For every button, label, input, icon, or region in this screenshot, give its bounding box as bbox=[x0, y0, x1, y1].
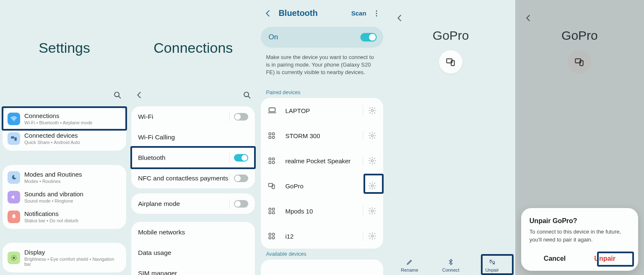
devpair-icon bbox=[267, 182, 278, 190]
airplane-toggle[interactable] bbox=[234, 200, 248, 208]
sound-icon bbox=[8, 191, 20, 203]
settings-item-notifications[interactable]: Notifications Status bar • Do not distur… bbox=[3, 207, 126, 226]
conn-item-data-usage[interactable]: Data usage bbox=[131, 242, 255, 263]
item-label: Connected devices bbox=[24, 132, 80, 139]
back-icon[interactable] bbox=[135, 90, 144, 100]
section-available-devices: Available devices bbox=[266, 251, 306, 257]
item-label: Bluetooth bbox=[138, 154, 166, 162]
device-row-i12[interactable]: i12 bbox=[261, 224, 383, 249]
connect-button[interactable]: Connect bbox=[436, 258, 466, 272]
gear-icon[interactable] bbox=[368, 106, 377, 115]
action-label: Rename bbox=[401, 267, 418, 272]
back-icon[interactable] bbox=[395, 13, 404, 23]
scan-button[interactable]: Scan bbox=[351, 10, 366, 17]
more-icon[interactable] bbox=[372, 9, 381, 18]
screen-connections: Connections Wi-Fi Wi-Fi Calling Bluetoot… bbox=[129, 0, 257, 275]
nfc-toggle[interactable] bbox=[234, 175, 248, 182]
sun-icon bbox=[8, 252, 20, 264]
page-title: Bluetooth bbox=[278, 8, 351, 18]
bluetooth-help-text: Make sure the device you want to connect… bbox=[266, 54, 378, 77]
grid-icon bbox=[267, 207, 278, 215]
device-name: STORM 300 bbox=[285, 132, 357, 139]
conn-item-nfc[interactable]: NFC and contactless payments bbox=[131, 168, 255, 188]
item-label: Data usage bbox=[138, 249, 171, 257]
back-icon[interactable] bbox=[263, 9, 273, 18]
screen-settings: Settings Connections Wi-Fi • Bluetooth •… bbox=[0, 0, 129, 275]
back-icon bbox=[524, 13, 533, 23]
item-label: Connections bbox=[24, 112, 92, 119]
bell-icon bbox=[8, 211, 20, 223]
device-row-storm300[interactable]: STORM 300 bbox=[261, 123, 383, 148]
screen-device-detail: GoPro Rename Connect Unpair bbox=[387, 0, 515, 275]
item-label: Airplane mode bbox=[138, 200, 180, 208]
item-label: SIM manager bbox=[138, 270, 177, 275]
page-title: Connections bbox=[129, 40, 257, 56]
dialog-text: To connect to this device in the future,… bbox=[530, 228, 630, 244]
settings-item-sounds[interactable]: Sounds and vibration Sound mode • Ringto… bbox=[3, 187, 126, 207]
confirm-unpair-button[interactable]: Unpair bbox=[587, 252, 623, 265]
item-sub: Wi-Fi • Bluetooth • Airplane mode bbox=[24, 120, 92, 125]
item-sub: Sound mode • Ringtone bbox=[24, 198, 83, 203]
bluetooth-toggle[interactable] bbox=[234, 154, 248, 162]
laptop-icon bbox=[267, 106, 278, 115]
device-row-realme-speaker[interactable]: realme Pocket Speaker bbox=[261, 148, 383, 173]
conn-item-airplane[interactable]: Airplane mode bbox=[131, 193, 255, 214]
item-sub: Quick Share • Android Auto bbox=[24, 140, 80, 145]
gear-icon[interactable] bbox=[368, 232, 377, 240]
wifi-toggle[interactable] bbox=[234, 113, 248, 121]
device-name: LAPTOP bbox=[285, 107, 357, 114]
action-label: Connect bbox=[442, 267, 460, 272]
gear-icon[interactable] bbox=[368, 157, 377, 165]
conn-item-sim-manager[interactable]: SIM manager bbox=[131, 263, 255, 275]
item-label: Wi-Fi bbox=[138, 113, 153, 121]
conn-item-bluetooth[interactable]: Bluetooth bbox=[131, 147, 255, 168]
device-title: GoPro bbox=[387, 28, 515, 43]
master-toggle[interactable] bbox=[360, 33, 377, 42]
unpair-dialog: Unpair GoPro? To connect to this device … bbox=[521, 208, 638, 271]
paired-devices-list: LAPTOP STORM 300 realme Pocket Speaker G… bbox=[261, 98, 383, 249]
search-icon[interactable] bbox=[113, 90, 122, 100]
item-sub: Modes • Routines bbox=[24, 179, 82, 184]
on-label: On bbox=[268, 33, 278, 41]
item-label: Notifications bbox=[24, 210, 78, 217]
settings-item-connections[interactable]: Connections Wi-Fi • Bluetooth • Airplane… bbox=[3, 109, 126, 129]
gear-icon[interactable] bbox=[368, 182, 377, 190]
rename-button[interactable]: Rename bbox=[395, 258, 425, 272]
item-label: Wi-Fi Calling bbox=[138, 134, 175, 141]
grid-icon bbox=[267, 232, 278, 240]
settings-card-2: Modes and Routines Modes • Routines Soun… bbox=[3, 165, 126, 229]
settings-item-modes[interactable]: Modes and Routines Modes • Routines bbox=[3, 167, 126, 187]
item-label: NFC and contactless payments bbox=[138, 175, 228, 182]
settings-item-connected-devices[interactable]: Connected devices Quick Share • Android … bbox=[3, 129, 126, 148]
item-label: Display bbox=[24, 249, 121, 256]
device-avatar-icon bbox=[568, 50, 591, 74]
screen-bluetooth: Bluetooth Scan On Make sure the device y… bbox=[257, 0, 386, 275]
item-sub: Status bar • Do not disturb bbox=[24, 218, 78, 223]
conn-item-mobile-networks[interactable]: Mobile networks bbox=[131, 222, 255, 242]
conn-item-wifi-calling[interactable]: Wi-Fi Calling bbox=[131, 127, 255, 147]
item-label: Mobile networks bbox=[138, 229, 185, 236]
item-label: Modes and Routines bbox=[24, 171, 82, 178]
cancel-button[interactable]: Cancel bbox=[536, 252, 573, 265]
device-row-laptop[interactable]: LAPTOP bbox=[261, 98, 383, 123]
page-title: Settings bbox=[0, 40, 129, 56]
conn-item-wifi[interactable]: Wi-Fi bbox=[131, 106, 255, 127]
search-icon[interactable] bbox=[242, 90, 252, 100]
device-name: GoPro bbox=[285, 182, 357, 190]
device-actions: Rename Connect Unpair bbox=[387, 258, 515, 272]
device-row-gopro[interactable]: GoPro bbox=[261, 173, 383, 198]
devices-icon bbox=[8, 132, 20, 145]
gear-icon[interactable] bbox=[368, 131, 377, 140]
unpair-button[interactable]: Unpair bbox=[477, 258, 507, 272]
action-label: Unpair bbox=[485, 267, 499, 272]
device-row-mpods10[interactable]: Mpods 10 bbox=[261, 198, 383, 224]
item-sub: Brightness • Eye comfort shield • Naviga… bbox=[24, 257, 121, 267]
device-title: GoPro bbox=[515, 28, 644, 43]
gear-icon[interactable] bbox=[368, 207, 377, 215]
settings-item-display[interactable]: Display Brightness • Eye comfort shield … bbox=[3, 245, 126, 270]
item-label: Sounds and vibration bbox=[24, 190, 83, 198]
wifi-icon bbox=[8, 113, 20, 125]
device-name: Mpods 10 bbox=[285, 208, 357, 215]
bluetooth-master-toggle-row[interactable]: On bbox=[261, 27, 383, 48]
connections-card-1: Wi-Fi Wi-Fi Calling Bluetooth NFC and co… bbox=[131, 106, 255, 188]
